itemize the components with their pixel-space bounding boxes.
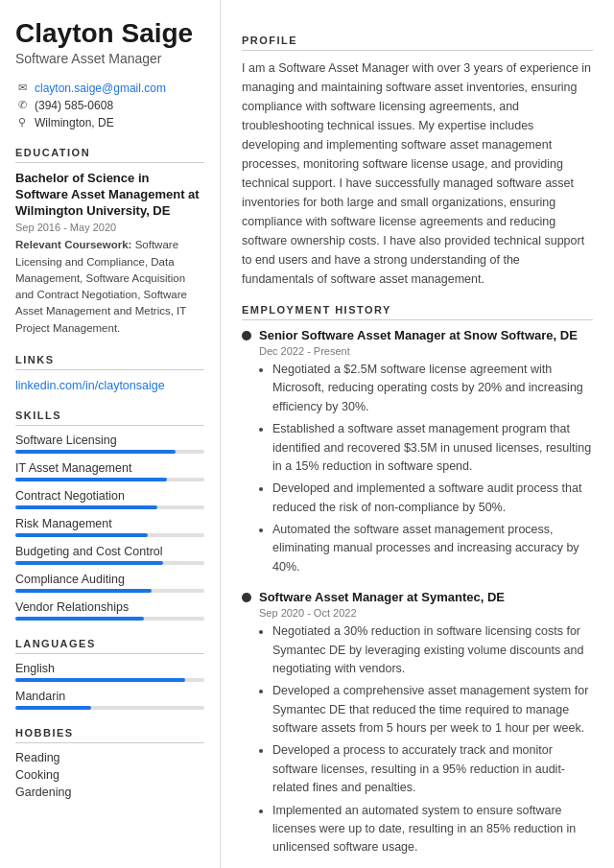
language-label: Mandarin — [15, 690, 204, 703]
skill-item: Contract Negotiation — [15, 489, 204, 509]
skill-label: Budgeting and Cost Control — [15, 545, 204, 558]
skill-bar-bg — [15, 533, 204, 537]
job-bullet: Developed a process to accurately track … — [272, 741, 593, 797]
main-content: PROFILE I am a Software Asset Manager wi… — [221, 0, 614, 868]
candidate-name: Clayton Saige — [15, 19, 204, 49]
hobbies-section-title: HOBBIES — [15, 727, 204, 743]
job-bullet: Automated the software asset management … — [272, 521, 593, 576]
skill-label: IT Asset Management — [15, 461, 204, 475]
linkedin-link[interactable]: linkedin.com/in/claytonsaige — [15, 379, 165, 392]
candidate-title: Software Asset Manager — [15, 51, 204, 66]
job-bullet: Negotiated a 30% reduction in software l… — [272, 622, 593, 678]
job-entry: Senior Software Asset Manager at Snow So… — [242, 328, 593, 576]
skill-bar-fill — [15, 589, 152, 593]
jobs-list: Senior Software Asset Manager at Snow So… — [242, 328, 593, 857]
location-icon: ⚲ — [15, 116, 29, 129]
skill-bar-bg — [15, 561, 204, 565]
skill-item: Budgeting and Cost Control — [15, 545, 204, 565]
hobbies-list: ReadingCookingGardening — [15, 751, 204, 799]
languages-section-title: LANGUAGES — [15, 638, 204, 654]
job-bullet: Established a software asset management … — [272, 420, 593, 476]
skill-bar-fill — [15, 450, 176, 454]
job-title-text: Senior Software Asset Manager at Snow So… — [259, 328, 578, 342]
edu-degree: Bachelor of Science in Software Asset Ma… — [15, 171, 204, 220]
skill-label: Contract Negotiation — [15, 489, 204, 503]
skill-bar-bg — [15, 589, 204, 593]
edu-coursework: Relevant Coursework: Software Licensing … — [15, 237, 204, 337]
profile-section-title: PROFILE — [242, 35, 593, 51]
job-header: Software Asset Manager at Symantec, DE — [242, 590, 593, 604]
phone-icon: ✆ — [15, 99, 29, 111]
coursework-label: Relevant Coursework: — [15, 239, 131, 250]
skill-bar-fill — [15, 478, 167, 481]
language-item: English — [15, 662, 204, 682]
language-bar-bg — [15, 706, 204, 710]
skill-item: Risk Management — [15, 517, 204, 537]
job-date: Sep 2020 - Oct 2022 — [259, 607, 593, 619]
skill-bar-bg — [15, 450, 204, 454]
employment-section-title: EMPLOYMENT HISTORY — [242, 304, 593, 320]
skill-item: Vendor Relationships — [15, 600, 204, 621]
job-dot — [242, 593, 251, 602]
location-value: Wilmington, DE — [35, 116, 114, 129]
skill-bar-bg — [15, 617, 204, 621]
language-bar-bg — [15, 678, 204, 682]
phone-row: ✆ (394) 585-0608 — [15, 99, 204, 112]
skill-bar-fill — [15, 617, 144, 621]
resume-container: Clayton Saige Software Asset Manager ✉ c… — [0, 0, 614, 868]
education-section-title: EDUCATION — [15, 147, 204, 163]
language-label: English — [15, 662, 204, 675]
hobby-item: Cooking — [15, 768, 204, 782]
skill-item: IT Asset Management — [15, 461, 204, 481]
language-item: Mandarin — [15, 690, 204, 710]
links-section-title: LINKS — [15, 354, 204, 370]
job-entry: Software Asset Manager at Symantec, DE S… — [242, 590, 593, 857]
skill-bar-fill — [15, 505, 157, 509]
skill-label: Risk Management — [15, 517, 204, 530]
skill-label: Compliance Auditing — [15, 573, 204, 586]
job-bullets: Negotiated a $2.5M software license agre… — [259, 361, 593, 576]
job-date: Dec 2022 - Present — [259, 345, 593, 357]
skill-bar-fill — [15, 533, 148, 537]
coursework-text: Software Licensing and Compliance, Data … — [15, 239, 187, 333]
sidebar: Clayton Saige Software Asset Manager ✉ c… — [0, 0, 221, 868]
hobby-item: Reading — [15, 751, 204, 764]
skill-bar-fill — [15, 561, 163, 565]
skill-item: Compliance Auditing — [15, 573, 204, 593]
job-bullets: Negotiated a 30% reduction in software l… — [259, 622, 593, 857]
skills-section-title: SKILLS — [15, 410, 204, 426]
language-bar-fill — [15, 706, 91, 710]
email-link[interactable]: clayton.saige@gmail.com — [35, 82, 166, 95]
skills-list: Software Licensing IT Asset Management C… — [15, 434, 204, 621]
skill-bar-bg — [15, 478, 204, 481]
hobby-item: Gardening — [15, 786, 204, 799]
job-bullet: Developed and implemented a software aud… — [272, 480, 593, 517]
job-bullet: Developed a comprehensive asset manageme… — [272, 682, 593, 738]
email-row: ✉ clayton.saige@gmail.com — [15, 82, 204, 95]
languages-list: English Mandarin — [15, 662, 204, 710]
skill-label: Vendor Relationships — [15, 600, 204, 614]
linkedin-row: linkedin.com/in/claytonsaige — [15, 378, 204, 392]
language-bar-fill — [15, 678, 185, 682]
skill-label: Software Licensing — [15, 434, 204, 447]
edu-dates: Sep 2016 - May 2020 — [15, 222, 204, 233]
job-dot — [242, 331, 251, 340]
job-title-text: Software Asset Manager at Symantec, DE — [259, 590, 505, 604]
job-bullet: Negotiated a $2.5M software license agre… — [272, 361, 593, 416]
skill-bar-bg — [15, 505, 204, 509]
location-row: ⚲ Wilmington, DE — [15, 116, 204, 129]
profile-text: I am a Software Asset Manager with over … — [242, 59, 593, 289]
job-bullet: Implemented an automated system to ensur… — [272, 802, 593, 857]
skill-item: Software Licensing — [15, 434, 204, 454]
job-header: Senior Software Asset Manager at Snow So… — [242, 328, 593, 342]
email-icon: ✉ — [15, 82, 29, 94]
phone-value: (394) 585-0608 — [35, 99, 113, 112]
